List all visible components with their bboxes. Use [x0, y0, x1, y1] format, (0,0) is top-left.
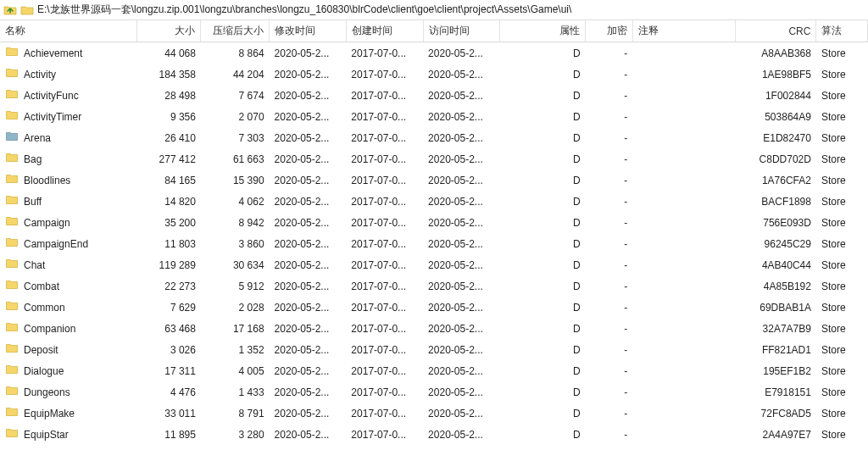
modified-time: 2020-05-2... [270, 212, 347, 233]
accessed-time: 2020-05-2... [423, 403, 500, 424]
created-time: 2017-07-0... [346, 318, 423, 339]
comment [632, 233, 735, 254]
modified-time: 2020-05-2... [270, 381, 347, 403]
modified-time: 2020-05-2... [270, 64, 347, 85]
col-attr[interactable]: 属性 [500, 20, 586, 42]
comment [632, 212, 735, 233]
folder-icon [5, 384, 19, 400]
col-created[interactable]: 创建时间 [346, 20, 423, 42]
folder-icon [5, 214, 19, 231]
table-row[interactable]: Activity184 35844 2042020-05-2...2017-07… [0, 64, 868, 85]
col-packed[interactable]: 压缩后大小 [201, 20, 270, 42]
file-name: Chat [24, 259, 45, 271]
file-name: Companion [24, 323, 75, 335]
table-row[interactable]: Campaign35 2008 9422020-05-2...2017-07-0… [0, 212, 868, 233]
packed-size: 2 028 [201, 297, 270, 318]
comment [632, 148, 735, 169]
table-row[interactable]: ActivityTimer9 3562 0702020-05-2...2017-… [0, 106, 868, 127]
encrypted: - [586, 64, 632, 85]
table-row[interactable]: CampaignEnd11 8033 8602020-05-2...2017-0… [0, 233, 868, 254]
created-time: 2017-07-0... [346, 360, 423, 381]
col-name[interactable]: 名称 [0, 20, 136, 42]
packed-size: 17 168 [201, 318, 270, 339]
accessed-time: 2020-05-2... [423, 339, 500, 360]
col-modified[interactable]: 修改时间 [270, 20, 347, 42]
attributes: D [500, 191, 586, 212]
comment [632, 403, 735, 424]
table-row[interactable]: Achievement44 0688 8642020-05-2...2017-0… [0, 42, 868, 64]
created-time: 2017-07-0... [346, 297, 423, 318]
modified-time: 2020-05-2... [270, 339, 347, 360]
table-row[interactable]: Dialogue17 3114 0052020-05-2...2017-07-0… [0, 360, 868, 381]
col-method[interactable]: 算法 [816, 20, 868, 42]
file-size: 28 498 [136, 85, 201, 106]
table-row[interactable]: Arena26 4107 3032020-05-2...2017-07-0...… [0, 127, 868, 148]
table-row[interactable]: Deposit3 0261 3522020-05-2...2017-07-0..… [0, 339, 868, 360]
modified-time: 2020-05-2... [270, 148, 347, 169]
file-name: CampaignEnd [24, 238, 88, 250]
table-row[interactable]: EquipUpgrade24 1066 0232020-05-2...2017-… [0, 445, 868, 450]
file-name: ActivityTimer [24, 111, 81, 123]
attributes: D [500, 169, 586, 191]
encrypted: - [586, 318, 632, 339]
crc: C8DD702D [735, 148, 816, 169]
modified-time: 2020-05-2... [270, 127, 347, 148]
attributes: D [500, 403, 586, 424]
modified-time: 2020-05-2... [270, 424, 347, 445]
table-row[interactable]: Companion63 46817 1682020-05-2...2017-07… [0, 318, 868, 339]
comment [632, 106, 735, 127]
created-time: 2017-07-0... [346, 339, 423, 360]
col-accessed[interactable]: 访问时间 [423, 20, 500, 42]
table-row[interactable]: Dungeons4 4761 4332020-05-2...2017-07-0.… [0, 381, 868, 403]
crc: A8AAB368 [735, 42, 816, 64]
file-size: 11 895 [136, 424, 201, 445]
method: Store [816, 424, 868, 445]
table-row[interactable]: Chat119 28930 6342020-05-2...2017-07-0..… [0, 254, 868, 275]
folder-icon [5, 363, 19, 379]
path-text[interactable]: E:\龙族世界源码一套\longzu.zip.001\longzu\branch… [37, 3, 865, 17]
comment [632, 445, 735, 450]
file-name: Dungeons [24, 386, 70, 398]
col-crc[interactable]: CRC [735, 20, 816, 42]
accessed-time: 2020-05-2... [423, 424, 500, 445]
modified-time: 2020-05-2... [270, 42, 347, 64]
encrypted: - [586, 191, 632, 212]
table-row[interactable]: ActivityFunc28 4987 6742020-05-2...2017-… [0, 85, 868, 106]
encrypted: - [586, 339, 632, 360]
folder-icon [5, 172, 19, 188]
file-size: 35 200 [136, 212, 201, 233]
file-size: 14 820 [136, 191, 201, 212]
encrypted: - [586, 233, 632, 254]
method: Store [816, 445, 868, 450]
packed-size: 8 791 [201, 403, 270, 424]
table-row[interactable]: Combat22 2735 9122020-05-2...2017-07-0..… [0, 275, 868, 297]
method: Store [816, 297, 868, 318]
created-time: 2017-07-0... [346, 445, 423, 450]
table-row[interactable]: EquipMake33 0118 7912020-05-2...2017-07-… [0, 403, 868, 424]
table-row[interactable]: Bloodlines84 16515 3902020-05-2...2017-0… [0, 169, 868, 191]
accessed-time: 2020-05-2... [423, 360, 500, 381]
col-encrypted[interactable]: 加密 [586, 20, 632, 42]
table-row[interactable]: EquipStar11 8953 2802020-05-2...2017-07-… [0, 424, 868, 445]
folder-icon [5, 278, 19, 294]
comment [632, 64, 735, 85]
created-time: 2017-07-0... [346, 191, 423, 212]
encrypted: - [586, 127, 632, 148]
table-row[interactable]: Bag277 41261 6632020-05-2...2017-07-0...… [0, 148, 868, 169]
encrypted: - [586, 275, 632, 297]
method: Store [816, 85, 868, 106]
file-size: 84 165 [136, 169, 201, 191]
modified-time: 2020-05-2... [270, 106, 347, 127]
method: Store [816, 127, 868, 148]
file-name: EquipMake [24, 408, 75, 419]
crc: 2A4A97E7 [735, 424, 816, 445]
col-comment[interactable]: 注释 [632, 20, 735, 42]
attributes: D [500, 106, 586, 127]
up-folder-icon[interactable] [3, 3, 17, 17]
col-size[interactable]: 大小 [136, 20, 201, 42]
file-name: Combat [24, 281, 59, 292]
table-row[interactable]: Buff14 8204 0622020-05-2...2017-07-0...2… [0, 191, 868, 212]
table-row[interactable]: Common7 6292 0282020-05-2...2017-07-0...… [0, 297, 868, 318]
created-time: 2017-07-0... [346, 212, 423, 233]
accessed-time: 2020-05-2... [423, 85, 500, 106]
